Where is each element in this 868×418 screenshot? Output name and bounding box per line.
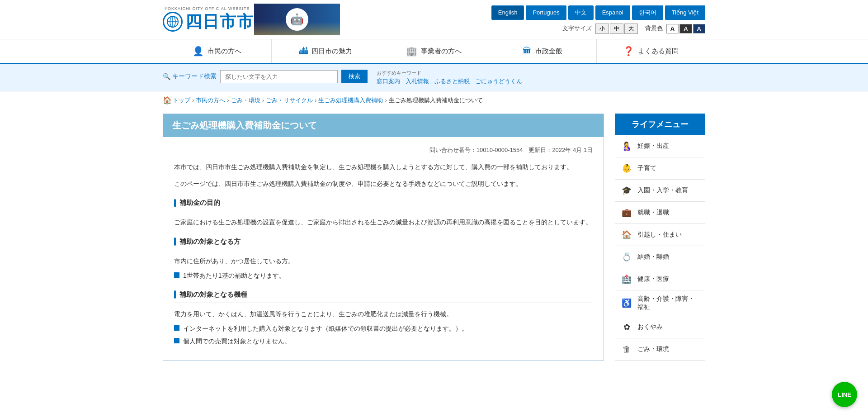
sidebar-item-childcare[interactable]: 👶 子育て	[615, 157, 705, 180]
bullet-item-3: 個人間での売買は対象となりません。	[174, 336, 593, 347]
employment-icon: 💼	[620, 206, 633, 219]
sidebar-item-health[interactable]: 🏥 健康・医療	[615, 268, 705, 290]
lang-btn-espanol[interactable]: Espanol	[595, 5, 630, 20]
sidebar-title: ライフメニュー	[615, 114, 705, 135]
home-icon: 🏠	[163, 96, 172, 104]
sidebar-label-moving: 引越し・住まい	[637, 231, 682, 239]
nav-item-citizens[interactable]: 👤 市民の方へ	[163, 39, 272, 63]
sidebar-item-condolence[interactable]: ✿ おくやみ	[615, 316, 705, 338]
breadcrumb: 🏠 トップ › 市民の方へ › ごみ・環境 › ごみ・リサイクル › 生ごみ処理…	[163, 96, 705, 104]
marriage-icon: 💍	[620, 251, 633, 263]
breadcrumb-top[interactable]: トップ	[173, 96, 190, 104]
bullet-item-2: インターネットを利用した購入も対象となります（紙媒体での領収書の提出が必要となり…	[174, 323, 593, 334]
bg-btn-dark[interactable]: A	[679, 24, 692, 33]
childcare-icon: 👶	[620, 162, 633, 175]
section-content-models: 電力を用いて、かくはん、加温送風等を行うことにより、生ごみの堆肥化または減量を行…	[174, 309, 593, 320]
section-heading-eligible: 補助の対象となる方	[174, 238, 593, 250]
nav-item-charm[interactable]: 🏙 四日市の魅力	[272, 39, 380, 63]
font-size-small[interactable]: 小	[595, 24, 609, 34]
search-bar: 🔍 キーワード検索 検索 おすすめキーワード 窓口案内 入札情報 ふるさと納税 …	[0, 64, 868, 91]
search-button[interactable]: 検索	[341, 70, 368, 83]
font-size-buttons: 小 中 大	[595, 24, 638, 34]
search-icon: 🔍	[163, 73, 170, 80]
section-bar-icon	[174, 199, 176, 207]
bg-color-buttons: A A A	[666, 24, 705, 33]
font-size-label: 文字サイズ	[562, 24, 592, 33]
logo-text[interactable]: 四日市市	[185, 11, 254, 33]
business-icon: 🏢	[406, 46, 417, 57]
logo-circle-icon	[163, 12, 183, 32]
nav-item-business[interactable]: 🏢 事業者の方へ	[380, 39, 489, 63]
article-intro-1: 本市では、四日市市生ごみ処理機購入費補助金を制定し、生ごみ処理機を購入しようとす…	[174, 162, 593, 173]
breadcrumb-subsidy[interactable]: 生ごみ処理機購入費補助	[318, 96, 383, 104]
bg-btn-blue[interactable]: A	[693, 24, 705, 33]
lang-btn-vietnamese[interactable]: Tiếng Việt	[665, 5, 705, 20]
sidebar-label-health: 健康・医療	[637, 275, 669, 283]
main-nav: 👤 市民の方へ 🏙 四日市の魅力 🏢 事業者の方へ 🏛 市政全般 ❓ よくある質…	[0, 39, 868, 64]
bg-color-label: 背景色	[645, 24, 663, 33]
sidebar-label-education: 入園・入学・教育	[637, 186, 688, 195]
garbage-icon: 🗑	[620, 343, 633, 356]
recommended-link-gonyudo[interactable]: ごにゅうどうくん	[475, 77, 522, 86]
breadcrumb-recycle[interactable]: ごみ・リサイクル	[266, 96, 313, 104]
sidebar-item-pregnancy[interactable]: 🤱 妊娠・出産	[615, 135, 705, 157]
section-title-eligible: 補助の対象となる方	[179, 238, 241, 246]
section-content-eligible: 市内に住所があり、かつ居住している方。	[174, 256, 593, 267]
sidebar-item-elderly[interactable]: ♿ 高齢・介護・障害・福祉	[615, 290, 705, 316]
article-title: 生ごみ処理機購入費補助金について	[172, 119, 594, 132]
sidebar-label-garbage: ごみ・環境	[637, 345, 669, 353]
bullet-text-1: 1世帯あたり1基の補助となります。	[183, 271, 285, 281]
bullet-square-icon-3	[174, 338, 179, 343]
mascot-icon: 🤖	[286, 8, 308, 31]
sidebar-item-marriage[interactable]: 💍 結婚・離婚	[615, 246, 705, 268]
article-meta: 問い合わせ番号：10010-0000-1554 更新日：2022年 4月 1日	[174, 146, 593, 154]
content-area: 生ごみ処理機購入費補助金について 問い合わせ番号：10010-0000-1554…	[163, 114, 705, 361]
health-icon: 🏥	[620, 273, 633, 285]
breadcrumb-waste[interactable]: ごみ・環境	[231, 96, 260, 104]
charm-icon: 🏙	[299, 46, 308, 57]
lang-buttons: English Portugues 中文 Espanol 한국어 Tiếng V…	[491, 5, 705, 20]
sidebar: ライフメニュー 🤱 妊娠・出産 👶 子育て 🎓 入園・入学・教育 💼 就職・退職…	[615, 114, 705, 361]
faq-icon: ❓	[623, 46, 634, 57]
font-size-large[interactable]: 大	[624, 24, 638, 34]
search-input[interactable]	[220, 70, 338, 83]
section-heading-purpose: 補助金の目的	[174, 199, 593, 211]
citizens-icon: 👤	[193, 46, 204, 57]
bullet-item-1: 1世帯あたり1基の補助となります。	[174, 271, 593, 281]
sidebar-label-marriage: 結婚・離婚	[637, 253, 669, 261]
municipal-icon: 🏛	[523, 46, 532, 57]
sidebar-label-elderly: 高齢・介護・障害・福祉	[637, 295, 700, 311]
lang-btn-chinese[interactable]: 中文	[568, 5, 594, 20]
breadcrumb-citizens[interactable]: 市民の方へ	[196, 96, 225, 104]
nav-label-municipal: 市政全般	[535, 47, 562, 56]
lang-btn-korean[interactable]: 한국어	[632, 5, 663, 20]
lang-btn-portugues[interactable]: Portugues	[526, 5, 566, 20]
section-content-purpose: ご家庭における生ごみ処理機の設置を促進し、ご家庭から排出される生ごみの減量および…	[174, 217, 593, 228]
sidebar-item-garbage[interactable]: 🗑 ごみ・環境	[615, 338, 705, 361]
nav-label-faq: よくある質問	[638, 47, 679, 56]
section-bar-icon-2	[174, 238, 176, 246]
bg-btn-white[interactable]: A	[666, 24, 679, 33]
font-size-medium[interactable]: 中	[610, 24, 623, 34]
sidebar-item-employment[interactable]: 💼 就職・退職	[615, 202, 705, 224]
sidebar-label-pregnancy: 妊娠・出産	[637, 142, 669, 150]
breadcrumb-current: 生ごみ処理機購入費補助金について	[389, 96, 483, 104]
recommended-link-hometown[interactable]: ふるさと納税	[434, 77, 470, 86]
article-title-bar: 生ごみ処理機購入費補助金について	[163, 114, 604, 137]
section-title-purpose: 補助金の目的	[179, 199, 220, 207]
article: 生ごみ処理機購入費補助金について 問い合わせ番号：10010-0000-1554…	[163, 114, 604, 361]
recommended-link-counter[interactable]: 窓口案内	[377, 77, 400, 86]
sidebar-label-condolence: おくやみ	[637, 323, 663, 331]
sidebar-item-moving[interactable]: 🏠 引越し・住まい	[615, 224, 705, 246]
condolence-icon: ✿	[620, 321, 633, 333]
nav-item-municipal[interactable]: 🏛 市政全般	[488, 39, 597, 63]
section-bar-icon-3	[174, 290, 176, 299]
bullet-square-icon-2	[174, 325, 179, 331]
lang-btn-english[interactable]: English	[491, 5, 524, 20]
sidebar-item-education[interactable]: 🎓 入園・入学・教育	[615, 180, 705, 202]
nav-label-charm: 四日市の魅力	[311, 47, 352, 56]
recommended-link-bid[interactable]: 入札情報	[406, 77, 429, 86]
elderly-icon: ♿	[620, 297, 633, 309]
nav-item-faq[interactable]: ❓ よくある質問	[597, 39, 705, 63]
site-subtitle: YOKKAICHI CITY OFFICIAL WEBSITE	[165, 6, 250, 11]
